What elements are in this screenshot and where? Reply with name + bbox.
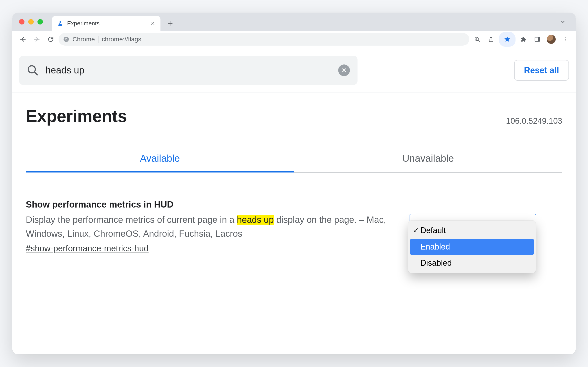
back-button[interactable] bbox=[17, 33, 29, 45]
new-tab-button[interactable] bbox=[164, 17, 176, 29]
flask-icon bbox=[57, 20, 63, 26]
share-icon bbox=[488, 36, 494, 42]
svg-rect-5 bbox=[538, 37, 540, 42]
dropdown-option-default[interactable]: ✓ Default bbox=[410, 222, 534, 239]
site-identity[interactable]: Chrome bbox=[63, 36, 99, 43]
plus-icon bbox=[167, 20, 173, 26]
browser-window: Experiments bbox=[12, 13, 576, 354]
profile-button[interactable] bbox=[545, 33, 557, 45]
dropdown-option-label: Disabled bbox=[420, 258, 452, 267]
flags-search-input[interactable] bbox=[45, 65, 332, 76]
reset-all-label: Reset all bbox=[524, 66, 559, 75]
window-controls bbox=[19, 13, 52, 31]
dropdown-option-label: Enabled bbox=[420, 242, 450, 251]
reload-button[interactable] bbox=[45, 33, 57, 45]
tab-title: Experiments bbox=[67, 20, 146, 27]
browser-tab[interactable]: Experiments bbox=[52, 16, 161, 31]
page-title: Experiments bbox=[26, 106, 127, 126]
chevron-down-icon bbox=[560, 19, 566, 25]
zoom-icon bbox=[474, 36, 480, 42]
flag-title: Show performance metrics in HUD bbox=[26, 200, 396, 209]
browser-toolbar: Chrome chrome://flags bbox=[12, 31, 576, 48]
arrow-left-icon bbox=[19, 36, 26, 43]
close-icon[interactable] bbox=[150, 20, 156, 26]
window-close-button[interactable] bbox=[19, 19, 24, 25]
zoom-button[interactable] bbox=[471, 33, 483, 45]
window-zoom-button[interactable] bbox=[38, 19, 43, 25]
flag-anchor-link[interactable]: #show-performance-metrics-hud bbox=[26, 244, 149, 253]
star-filled-icon bbox=[504, 36, 511, 43]
svg-point-7 bbox=[565, 39, 565, 40]
reload-icon bbox=[47, 36, 54, 43]
site-identity-label: Chrome bbox=[72, 36, 95, 43]
svg-point-6 bbox=[565, 37, 565, 38]
arrow-right-icon bbox=[33, 36, 40, 43]
extensions-button[interactable] bbox=[517, 33, 529, 45]
flag-desc-highlight: heads up bbox=[237, 215, 274, 225]
toolbar-actions bbox=[471, 32, 571, 47]
tab-strip: Experiments bbox=[12, 13, 576, 31]
tab-available[interactable]: Available bbox=[26, 147, 294, 173]
search-icon bbox=[27, 64, 39, 76]
flag-dropdown[interactable]: ✓ Default Enabled Disabled bbox=[410, 214, 535, 231]
avatar bbox=[547, 35, 556, 44]
svg-point-8 bbox=[565, 41, 565, 41]
dropdown-option-enabled[interactable]: Enabled bbox=[410, 239, 534, 255]
side-panel-button[interactable] bbox=[531, 33, 543, 45]
panel-icon bbox=[534, 36, 540, 42]
svg-point-2 bbox=[65, 39, 67, 40]
tabs-overflow-button[interactable] bbox=[557, 13, 569, 31]
flag-desc-pre: Display the performance metrics of curre… bbox=[26, 215, 237, 225]
puzzle-icon bbox=[520, 36, 526, 42]
bookmark-button[interactable] bbox=[499, 32, 516, 47]
tab-unavailable-label: Unavailable bbox=[403, 153, 454, 164]
clear-icon bbox=[341, 67, 347, 73]
chrome-logo-icon bbox=[63, 36, 69, 42]
address-bar[interactable]: Chrome chrome://flags bbox=[59, 33, 469, 46]
tab-available-label: Available bbox=[140, 153, 180, 164]
menu-button[interactable] bbox=[559, 33, 571, 45]
flags-search-box[interactable] bbox=[19, 56, 357, 85]
check-icon: ✓ bbox=[413, 226, 419, 235]
tab-unavailable[interactable]: Unavailable bbox=[294, 147, 562, 173]
window-minimize-button[interactable] bbox=[28, 19, 34, 25]
reset-all-button[interactable]: Reset all bbox=[514, 60, 569, 81]
flag-entry: Show performance metrics in HUD Display … bbox=[26, 173, 562, 253]
flag-dropdown-menu: ✓ Default Enabled Disabled bbox=[408, 221, 536, 273]
forward-button[interactable] bbox=[31, 33, 43, 45]
clear-search-button[interactable] bbox=[338, 65, 350, 76]
version-label: 106.0.5249.103 bbox=[506, 116, 562, 126]
share-button[interactable] bbox=[485, 33, 497, 45]
dropdown-option-disabled[interactable]: Disabled bbox=[410, 255, 534, 271]
dropdown-option-label: Default bbox=[420, 226, 446, 235]
kebab-icon bbox=[562, 37, 568, 42]
page-content: Reset all Experiments 106.0.5249.103 Ava… bbox=[12, 48, 576, 354]
content-tabs: Available Unavailable bbox=[26, 147, 562, 173]
url-text: chrome://flags bbox=[102, 36, 141, 43]
flags-search-row: Reset all bbox=[12, 48, 576, 93]
flag-description: Display the performance metrics of curre… bbox=[26, 213, 396, 241]
